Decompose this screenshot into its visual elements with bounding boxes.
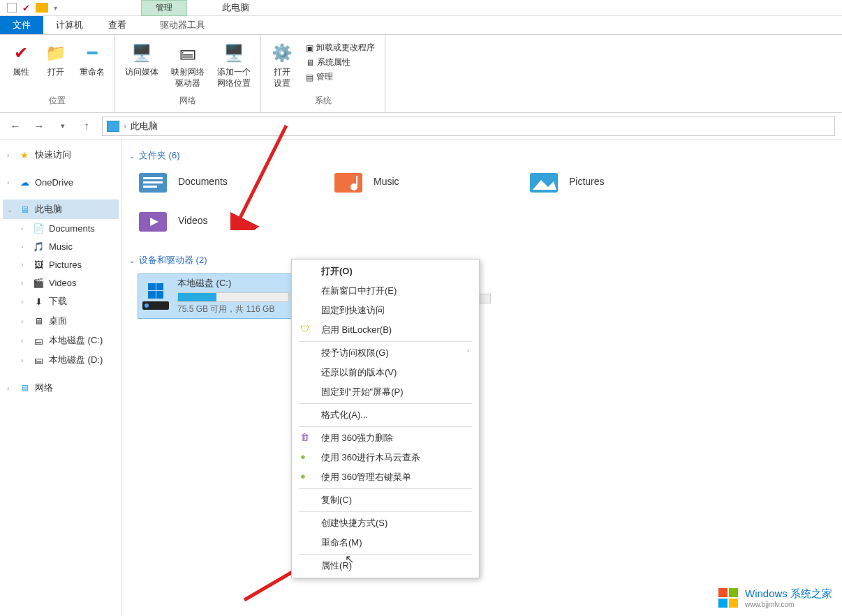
breadcrumb[interactable]: › 此电脑: [102, 117, 835, 136]
menu-rename[interactable]: 重命名(M): [293, 533, 478, 553]
network-icon: 🖥: [18, 382, 31, 393]
rename-icon: ━: [81, 42, 103, 64]
check-icon[interactable]: ✔: [22, 3, 30, 13]
chevron-right-icon: ›: [21, 225, 28, 232]
menu-separator: [299, 403, 472, 404]
sidebar-this-pc[interactable]: ⌄ 🖥 此电脑: [3, 200, 119, 219]
tab-file[interactable]: 文件: [0, 16, 43, 34]
manage-tab[interactable]: 管理: [141, 0, 187, 16]
chevron-down-icon[interactable]: ▾: [54, 4, 57, 12]
cloud-icon: ☁: [18, 176, 31, 188]
sidebar-downloads[interactable]: ›⬇下载: [3, 292, 119, 311]
manage-link[interactable]: ▤管理: [306, 71, 375, 83]
menu-grant-access[interactable]: 授予访问权限(G)›: [293, 343, 478, 363]
documents-icon: [138, 169, 168, 194]
folder-pictures[interactable]: Pictures: [529, 169, 682, 194]
sidebar-drive-c[interactable]: ›🖴本地磁盘 (C:): [3, 331, 119, 350]
drive-c-icon: [141, 283, 170, 310]
map-drive-button[interactable]: 🖴 映射网络 驱动器: [168, 39, 207, 93]
sidebar-drive-d[interactable]: ›🖴本地磁盘 (D:): [3, 350, 119, 370]
cursor-icon: ↖: [345, 553, 354, 566]
system-links: ▣卸载或更改程序 🖥系统属性 ▤管理: [303, 39, 378, 93]
svg-rect-2: [143, 181, 163, 183]
tab-view[interactable]: 查看: [96, 16, 139, 34]
music-icon: [333, 169, 364, 194]
watermark-url: www.bjjmlv.com: [745, 601, 832, 608]
chevron-down-icon: ⌄: [129, 152, 135, 160]
cube-icon: ▣: [306, 43, 313, 53]
menu-360-delete[interactable]: 🗑使用 360强力删除: [293, 428, 478, 448]
tab-computer[interactable]: 计算机: [43, 16, 96, 34]
qat-icon[interactable]: [7, 3, 17, 13]
folder-icon[interactable]: [36, 3, 48, 13]
menu-separator: [299, 426, 472, 427]
properties-button[interactable]: ✔ 属性: [7, 39, 35, 93]
chevron-right-icon: ›: [7, 151, 14, 159]
menu-open-new[interactable]: 在新窗口中打开(E): [293, 281, 478, 301]
folder-icon: 📁: [45, 42, 67, 64]
desktop-icon: 🖥: [32, 315, 45, 326]
add-location-button[interactable]: 🖥️ 添加一个 网络位置: [214, 39, 253, 93]
sidebar-onedrive[interactable]: › ☁ OneDrive: [3, 173, 119, 191]
menu-pin-quick[interactable]: 固定到快速访问: [293, 301, 478, 320]
history-dropdown[interactable]: ▾: [54, 118, 71, 135]
chevron-right-icon: ›: [21, 261, 28, 269]
menu-bitlocker[interactable]: 🛡启用 BitLocker(B): [293, 320, 478, 340]
breadcrumb-sep: ›: [124, 121, 126, 131]
menu-open[interactable]: 打开(O): [293, 262, 478, 281]
title-bar: ✔ ▾ 管理 此电脑: [0, 0, 842, 16]
chevron-right-icon: ›: [21, 298, 28, 306]
quick-access-toolbar: ✔ ▾: [0, 3, 57, 13]
folder-documents[interactable]: Documents: [138, 169, 291, 194]
uninstall-link[interactable]: ▣卸载或更改程序: [306, 42, 375, 54]
svg-rect-18: [729, 599, 738, 608]
system-properties-link[interactable]: 🖥系统属性: [306, 57, 375, 68]
drive-grid: 本地磁盘 (C:) 75.5 GB 可用，共 116 GB 本地磁盘 (D:) …: [129, 273, 835, 319]
drive-icon: 🖴: [32, 335, 45, 346]
group-label-location: 位置: [49, 93, 66, 108]
section-folders[interactable]: ⌄ 文件夹 (6): [129, 149, 835, 162]
svg-rect-16: [729, 588, 738, 597]
back-button[interactable]: ←: [7, 118, 24, 135]
folder-videos[interactable]: Videos: [138, 208, 291, 233]
svg-rect-1: [143, 177, 163, 179]
add-location-icon: 🖥️: [223, 42, 245, 64]
forward-button[interactable]: →: [31, 118, 47, 135]
pc-icon: 🖥: [18, 204, 31, 215]
menu-format[interactable]: 格式化(A)...: [293, 405, 478, 425]
menu-pin-start[interactable]: 固定到"开始"屏幕(P): [293, 382, 478, 402]
pictures-icon: [529, 169, 559, 194]
folder-music[interactable]: Music: [333, 169, 487, 194]
ribbon: ✔ 属性 📁 打开 ━ 重命名 位置 🖥️ 访问媒体 🖴 映射网络 驱动器: [0, 35, 842, 113]
main-pane: ⌄ 文件夹 (6) Documents Music Pictures Video…: [122, 140, 842, 616]
music-icon: 🎵: [32, 241, 45, 252]
section-devices[interactable]: ⌄ 设备和驱动器 (2): [129, 254, 835, 266]
chevron-down-icon: ⌄: [129, 257, 135, 264]
open-button[interactable]: 📁 打开: [42, 39, 70, 93]
rename-button[interactable]: ━ 重命名: [77, 39, 108, 93]
menu-360-scan[interactable]: ●使用 360进行木马云查杀: [293, 448, 478, 467]
sidebar-quick-access[interactable]: › ★ 快速访问: [3, 145, 119, 165]
documents-icon: 📄: [32, 223, 45, 234]
group-label-system: 系统: [315, 93, 332, 108]
sidebar-documents[interactable]: ›📄Documents: [3, 219, 119, 237]
sidebar-network[interactable]: › 🖥 网络: [3, 378, 119, 398]
menu-shortcut[interactable]: 创建快捷方式(S): [293, 513, 478, 533]
sidebar-pictures[interactable]: ›🖼Pictures: [3, 255, 119, 273]
menu-properties[interactable]: 属性(R): [293, 556, 478, 576]
manage-icon: ▤: [306, 73, 313, 82]
sidebar-videos[interactable]: ›🎬Videos: [3, 273, 119, 292]
shield-icon: 🛡: [300, 324, 311, 335]
sidebar-music[interactable]: ›🎵Music: [3, 237, 119, 255]
menu-restore[interactable]: 还原以前的版本(V): [293, 363, 478, 382]
gear-icon: ⚙️: [271, 42, 293, 64]
sidebar-desktop[interactable]: ›🖥桌面: [3, 311, 119, 331]
open-settings-button[interactable]: ⚙️ 打开 设置: [268, 39, 296, 93]
menu-copy[interactable]: 复制(C): [293, 490, 478, 510]
tab-drive-tools[interactable]: 驱动器工具: [147, 16, 218, 34]
access-media-button[interactable]: 🖥️ 访问媒体: [122, 39, 161, 93]
breadcrumb-this-pc[interactable]: 此电脑: [131, 120, 158, 133]
up-button[interactable]: ↑: [78, 118, 95, 135]
menu-360-manage[interactable]: ●使用 360管理右键菜单: [293, 467, 478, 487]
chevron-right-icon: ›: [21, 279, 28, 287]
